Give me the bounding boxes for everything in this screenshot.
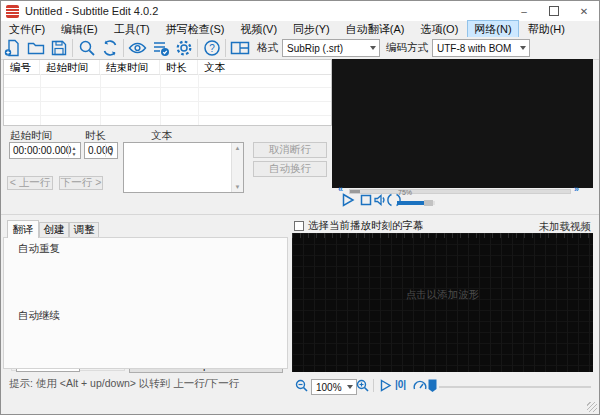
- grid-line: [198, 74, 199, 125]
- new-file-icon: [4, 39, 22, 57]
- open-folder-icon: [27, 39, 45, 57]
- spell-check-icon: [152, 39, 170, 57]
- waveform-area[interactable]: 点击以添加波形: [292, 233, 593, 372]
- menu-autotranslate[interactable]: 自动翻译(A): [339, 20, 412, 39]
- waveform-placeholder[interactable]: 点击以添加波形: [292, 288, 593, 302]
- search-icon: [78, 39, 96, 57]
- toolbar-separator: [123, 39, 124, 57]
- spinner-arrows-icon[interactable]: ▲▼: [105, 144, 116, 157]
- scrollbar[interactable]: ▲▼: [231, 143, 243, 192]
- chevron-down-icon: [370, 46, 376, 50]
- eye-icon: [128, 39, 147, 57]
- video-display[interactable]: [332, 59, 593, 188]
- start-time-input[interactable]: 00:00:00.000 ▲▼: [9, 142, 81, 159]
- playback-speed-button[interactable]: [413, 379, 427, 392]
- next-line-button[interactable]: 下一行 >: [59, 176, 103, 190]
- column-number[interactable]: 编号: [4, 60, 40, 74]
- volume-fill: [397, 201, 424, 205]
- subtitle-text-input[interactable]: ▲▼: [123, 142, 244, 193]
- open-file-button[interactable]: [24, 38, 47, 58]
- svg-text:?: ?: [209, 43, 215, 54]
- waveform-ruler: [292, 233, 593, 238]
- spell-check-button[interactable]: [149, 38, 172, 58]
- spinner-arrows-icon[interactable]: ▲▼: [68, 144, 79, 157]
- play-icon: [379, 379, 392, 392]
- column-duration[interactable]: 时长: [160, 60, 198, 74]
- menu-file[interactable]: 文件(F): [2, 20, 52, 39]
- select-current-subtitle-checkbox[interactable]: 选择当前播放时刻的字幕: [294, 219, 424, 233]
- speaker-icon: [373, 193, 387, 207]
- toolbar: ? 格式 SubRip (.srt) 编码方式 UTF-8 with BOM: [1, 37, 599, 60]
- play-from-start-button[interactable]: |0|: [395, 379, 406, 390]
- help-button[interactable]: ?: [200, 38, 223, 58]
- scroll-up-icon[interactable]: ▲: [235, 145, 241, 151]
- find-button[interactable]: [75, 38, 98, 58]
- minimize-button[interactable]: –: [509, 1, 539, 21]
- close-button[interactable]: ✕: [569, 1, 599, 21]
- app-window: Untitled - Subtitle Edit 4.0.2 – ✕ 文件(F)…: [0, 0, 600, 415]
- position-marker[interactable]: [428, 379, 437, 393]
- column-start-time[interactable]: 起始时间: [40, 60, 100, 74]
- menu-tools[interactable]: 工具(T): [107, 20, 157, 39]
- grid-line: [40, 74, 41, 125]
- menu-video[interactable]: 视频(V): [233, 20, 284, 39]
- column-end-time[interactable]: 结束时间: [100, 60, 160, 74]
- tab-translate[interactable]: 翻译: [7, 220, 39, 238]
- checkbox-unchecked-icon: [294, 221, 304, 231]
- menu-help[interactable]: 帮助(H): [521, 20, 572, 39]
- mute-button[interactable]: [373, 193, 387, 207]
- auto-continue-group-label: 自动继续: [15, 309, 63, 323]
- volume-slider[interactable]: [397, 201, 435, 205]
- save-icon: [50, 39, 68, 57]
- new-file-button[interactable]: [1, 38, 24, 58]
- zoom-out-button[interactable]: [295, 379, 308, 392]
- volume-handle[interactable]: [424, 200, 433, 206]
- bookmark-icon: [428, 379, 437, 393]
- toolbar-separator: [225, 39, 226, 57]
- gear-icon: [175, 39, 193, 57]
- encoding-label: 编码方式: [386, 41, 428, 55]
- subtitle-list[interactable]: 编号 起始时间 结束时间 时长 文本: [3, 59, 332, 126]
- duration-label: 时长: [85, 129, 106, 143]
- menu-options[interactable]: 选项(O): [413, 20, 465, 39]
- replace-icon: [101, 39, 119, 57]
- tab-adjust[interactable]: 调整: [69, 222, 99, 238]
- encoding-value: UTF-8 with BOM: [437, 43, 511, 54]
- layout-button[interactable]: [228, 38, 251, 58]
- column-text[interactable]: 文本: [198, 60, 331, 74]
- save-button[interactable]: [47, 38, 70, 58]
- gauge-icon: [413, 379, 427, 392]
- tab-create[interactable]: 创建: [39, 222, 69, 238]
- encoding-combobox[interactable]: UTF-8 with BOM: [432, 39, 530, 57]
- menu-network[interactable]: 网络(N): [467, 20, 518, 39]
- unbreak-button[interactable]: 取消断行: [253, 142, 327, 158]
- menu-spellcheck[interactable]: 拼写检查(S): [159, 20, 232, 39]
- subtitle-list-body[interactable]: [4, 74, 331, 125]
- titlebar: Untitled - Subtitle Edit 4.0.2 – ✕: [1, 1, 599, 21]
- chevron-down-icon: [520, 46, 526, 50]
- menu-edit[interactable]: 编辑(E): [54, 20, 105, 39]
- zoom-in-button[interactable]: [356, 379, 369, 392]
- stop-button[interactable]: [359, 193, 373, 207]
- autobreak-button[interactable]: 自动换行: [253, 161, 327, 177]
- grid-line: [160, 74, 161, 125]
- translate-tabpage: [3, 237, 288, 369]
- scroll-down-icon[interactable]: ▼: [235, 184, 241, 190]
- duration-input[interactable]: 0.000 ▲▼: [84, 142, 118, 159]
- resize-grip[interactable]: [587, 402, 597, 412]
- seek-forward-icon[interactable]: »: [574, 184, 579, 194]
- format-combobox[interactable]: SubRip (.srt): [282, 39, 380, 57]
- replace-button[interactable]: [98, 38, 121, 58]
- settings-button[interactable]: [172, 38, 195, 58]
- waveform-scroll-track[interactable]: [439, 386, 591, 388]
- play-button[interactable]: [341, 193, 355, 207]
- maximize-button[interactable]: [539, 1, 569, 21]
- visual-sync-button[interactable]: [126, 38, 149, 58]
- volume-percent: 75%: [398, 189, 412, 196]
- subtitle-list-header: 编号 起始时间 结束时间 时长 文本: [4, 60, 331, 75]
- waveform-zoom-combobox[interactable]: 100%: [311, 379, 357, 395]
- prev-line-button[interactable]: < 上一行: [7, 176, 53, 190]
- waveform-play-button[interactable]: [379, 379, 392, 392]
- toolbar-separator: [197, 39, 198, 57]
- menu-sync[interactable]: 同步(Y): [286, 20, 337, 39]
